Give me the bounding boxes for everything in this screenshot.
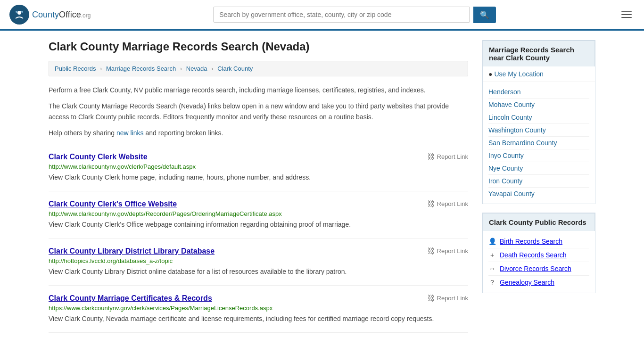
report-icon-0: ⛓: [427, 153, 435, 161]
result-title-2[interactable]: Clark County Library District Library Da…: [49, 247, 215, 255]
result-desc-1: View Clark County Clerk's Office webpage…: [49, 220, 468, 230]
breadcrumb-marriage-records[interactable]: Marriage Records Search: [106, 65, 176, 72]
breadcrumb-sep2: ›: [180, 65, 182, 72]
new-links-link[interactable]: new links: [116, 129, 144, 137]
report-icon-2: ⛓: [427, 247, 435, 255]
sidebar: Marriage Records Search near Clark Count…: [482, 40, 595, 333]
report-icon-1: ⛓: [427, 200, 435, 208]
breadcrumb-public-records[interactable]: Public Records: [55, 65, 96, 72]
menu-icon-line2: [621, 14, 632, 15]
search-area: 🔍: [213, 7, 496, 23]
nearby-link-1[interactable]: Mohave County: [488, 101, 535, 108]
result-item-1: Clark County Clerk's Office Website ⛓ Re…: [49, 191, 468, 239]
svg-point-2: [16, 11, 17, 13]
svg-point-1: [17, 11, 21, 15]
report-link-0[interactable]: ⛓ Report Link: [427, 153, 468, 161]
nearby-list: HendersonMohave CountyLincoln CountyWash…: [483, 82, 595, 204]
result-url-1: http://www.clarkcountynv.gov/depts/Recor…: [49, 210, 468, 217]
public-record-item-3: ? Genealogy Search: [488, 276, 589, 289]
menu-button[interactable]: [619, 8, 635, 21]
result-desc-0: View Clark County Clerk home page, inclu…: [49, 173, 468, 182]
result-item-3: Clark County Marriage Certificates & Rec…: [49, 286, 468, 333]
logo-text: CountyOffice.org: [32, 10, 91, 20]
report-icon-3: ⛓: [427, 294, 435, 303]
report-link-2[interactable]: ⛓ Report Link: [427, 247, 468, 255]
search-icon: 🔍: [480, 11, 489, 19]
nearby-section-title: Marriage Records Search near Clark Count…: [483, 41, 595, 66]
description-3: Help others by sharing new links and rep…: [49, 128, 468, 138]
public-records-section: Clark County Public Records 👤 Birth Reco…: [482, 213, 595, 293]
result-url-3: https://www.clarkcountynv.gov/clerk/serv…: [49, 304, 468, 312]
nearby-link-4[interactable]: San Bernardino County: [488, 139, 557, 147]
report-link-1[interactable]: ⛓ Report Link: [427, 200, 468, 208]
public-record-link-0[interactable]: Birth Records Search: [500, 238, 562, 245]
public-records-title: Clark County Public Records: [483, 213, 595, 231]
result-title-0[interactable]: Clark County Clerk Website: [49, 153, 148, 161]
nearby-link-7[interactable]: Iron County: [488, 177, 522, 185]
public-record-item-2: ↔ Divorce Records Search: [488, 262, 589, 276]
search-input[interactable]: [213, 7, 470, 23]
public-record-link-2[interactable]: Divorce Records Search: [500, 265, 571, 272]
page-title: Clark County Marriage Records Search (Ne…: [49, 40, 468, 53]
nearby-section: Marriage Records Search near Clark Count…: [482, 40, 595, 204]
main-content: Clark County Marriage Records Search (Ne…: [49, 40, 468, 333]
report-link-3[interactable]: ⛓ Report Link: [427, 294, 468, 303]
breadcrumb: Public Records › Marriage Records Search…: [49, 61, 468, 76]
breadcrumb-nevada[interactable]: Nevada: [186, 65, 207, 72]
nearby-item-1: Mohave County: [488, 99, 589, 111]
nearby-item-8: Yavapai County: [488, 188, 589, 200]
nearby-link-2[interactable]: Lincoln County: [488, 114, 532, 121]
result-url-2: http://hottopics.lvccld.org/databases_a-…: [49, 257, 468, 264]
main-layout: Clark County Marriage Records Search (Ne…: [39, 31, 605, 342]
nearby-link-0[interactable]: Henderson: [488, 88, 521, 96]
description-2: The Clark County Marriage Records Search…: [49, 101, 468, 122]
result-title-1[interactable]: Clark County Clerk's Office Website: [49, 200, 177, 208]
public-record-item-1: + Death Records Search: [488, 248, 589, 262]
nearby-item-7: Iron County: [488, 175, 589, 188]
nearby-link-5[interactable]: Inyo County: [488, 152, 524, 159]
logo-area: CountyOffice.org: [9, 5, 91, 25]
question-icon: ?: [488, 279, 496, 286]
breadcrumb-clark-county[interactable]: Clark County: [217, 65, 253, 72]
description-1: Perform a free Clark County, NV public m…: [49, 85, 468, 95]
cross-icon: +: [488, 251, 496, 259]
breadcrumb-sep1: ›: [100, 65, 102, 72]
menu-icon-line1: [621, 11, 632, 12]
nearby-item-5: Inyo County: [488, 149, 589, 162]
logo-icon: [9, 5, 29, 25]
nearby-link-6[interactable]: Nye County: [488, 165, 523, 172]
nearby-item-3: Washington County: [488, 124, 589, 137]
results-list: Clark County Clerk Website ⛓ Report Link…: [49, 144, 468, 333]
person-icon: 👤: [488, 238, 496, 245]
public-record-item-0: 👤 Birth Records Search: [488, 235, 589, 248]
use-location: ● Use My Location: [483, 66, 595, 82]
nearby-item-4: San Bernardino County: [488, 137, 589, 149]
public-record-link-1[interactable]: Death Records Search: [500, 251, 567, 259]
nearby-item-0: Henderson: [488, 86, 589, 99]
result-item-2: Clark County Library District Library Da…: [49, 239, 468, 286]
breadcrumb-sep3: ›: [211, 65, 213, 72]
nearby-link-3[interactable]: Washington County: [488, 126, 546, 134]
arrows-icon: ↔: [488, 265, 496, 272]
nearby-link-8[interactable]: Yavapai County: [488, 190, 535, 197]
result-item-0: Clark County Clerk Website ⛓ Report Link…: [49, 144, 468, 191]
public-record-link-3[interactable]: Genealogy Search: [500, 279, 554, 286]
result-desc-2: View Clark County Library District onlin…: [49, 267, 468, 277]
result-url-0: http://www.clarkcountynv.gov/clerk/Pages…: [49, 163, 468, 170]
search-button[interactable]: 🔍: [473, 7, 496, 23]
nearby-item-2: Lincoln County: [488, 111, 589, 124]
svg-point-3: [21, 11, 23, 13]
menu-icon-line3: [621, 17, 632, 18]
use-my-location-link[interactable]: Use My Location: [494, 70, 543, 78]
result-desc-3: View Clark County, Nevada marriage certi…: [49, 314, 468, 324]
public-records-list: 👤 Birth Records Search + Death Records S…: [483, 231, 595, 293]
result-title-3[interactable]: Clark County Marriage Certificates & Rec…: [49, 294, 212, 303]
location-icon: ●: [488, 70, 492, 78]
header: CountyOffice.org 🔍: [0, 0, 644, 31]
nearby-item-6: Nye County: [488, 162, 589, 175]
